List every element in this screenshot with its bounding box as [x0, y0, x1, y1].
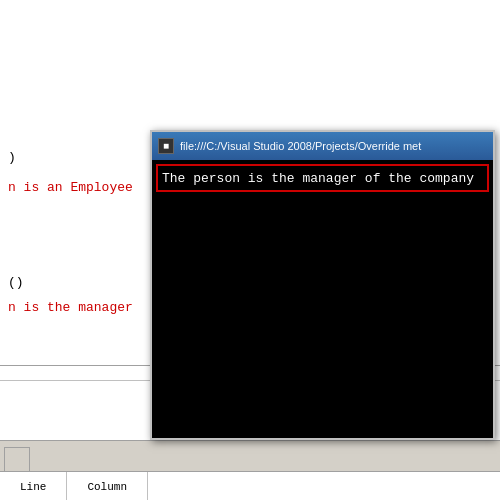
code-panel: ) n is an Employee () n is the manager — [0, 0, 160, 420]
console-window: ■ file:///C:/Visual Studio 2008/Projects… — [150, 130, 495, 440]
code-line-1: ) — [0, 148, 16, 168]
console-icon: ■ — [158, 138, 174, 154]
code-line-4: n is the manager — [0, 298, 133, 318]
status-bar: Line Column — [0, 440, 500, 500]
console-output-highlight: The person is the manager of the company — [156, 164, 489, 192]
status-tabs — [0, 441, 500, 471]
code-line-3: () — [0, 273, 24, 293]
status-col-line: Line — [0, 472, 67, 500]
column-label: Column — [87, 481, 127, 493]
console-title: file:///C:/Visual Studio 2008/Projects/O… — [180, 140, 487, 152]
code-line-2: n is an Employee — [0, 178, 133, 198]
console-output-text: The person is the manager of the company — [162, 171, 474, 186]
status-col-column: Column — [67, 472, 148, 500]
line-label: Line — [20, 481, 46, 493]
status-tab-1[interactable] — [4, 447, 30, 471]
console-body: The person is the manager of the company — [152, 160, 493, 438]
console-titlebar[interactable]: ■ file:///C:/Visual Studio 2008/Projects… — [152, 132, 493, 160]
status-columns: Line Column — [0, 471, 500, 500]
